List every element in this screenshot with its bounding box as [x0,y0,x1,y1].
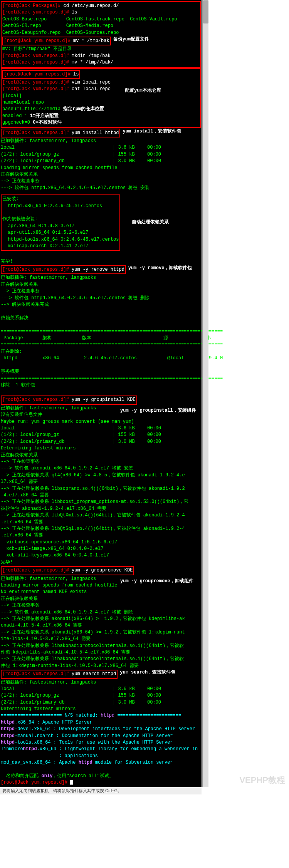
note-auto-deps: 自动处理依赖关系 [132,219,169,226]
terminal[interactable]: [root@Jack Packages]# cd /etc/yum.repos.… [0,0,202,787]
sec2-box: [root@Jack yum.repos.d]# ls [root@Jack y… [1,68,201,128]
out: CentOS-Base.repo CentOS-fasttrack.repo C… [2,16,199,23]
done: 完毕! [1,258,201,265]
note-baseurl: 指定rpm的仓库位置 [63,106,104,112]
done: 完毕! [1,559,201,566]
note-install: yum install，安装软件包 [123,128,181,138]
scrollbar[interactable] [202,0,208,787]
cmd-box: [root@Jack yum.repos.d]# yum -y remove h… [1,265,126,274]
installed-box: 已安装: httpd.x86_64 0:2.4.6-45.el7.centos … [1,194,120,251]
sec1-box: [root@Jack Packages]# cd /etc/yum.repos.… [1,1,201,68]
cmd-box: [root@Jack yum.repos.d]# mv * /tmp/bak [2,37,111,45]
note-search: yum search，查找软件包 [120,669,175,679]
note-gpg: 0=不校对软件 [33,120,61,125]
watermark: VEPHP教程 [239,774,285,786]
out: 已加载插件: fastestmirror, langpacks [1,138,201,144]
cmd-box: [root@Jack yum.repos.d]# ls [2,70,80,79]
cmd-box: [root@Jack yum.repos.d]# yum -y grouprem… [1,566,134,575]
prompt: [root@Jack Packages]# [2,3,60,8]
note-remove: yum -y remove，卸载软件包 [128,265,192,275]
file-line: name=local repo [2,99,199,106]
cmd-box: [root@Jack yum.repos.d]# yum search http… [1,670,118,679]
note-repo: 配置yum本地仓库 [125,87,161,94]
cmd-box: [root@Jack yum.repos.d]# yum install htt… [1,129,120,137]
cmd: ls [69,10,77,15]
note-groupremove: yum -y groupremove，卸载组件 [120,578,193,585]
prompt: [root@Jack yum.repos.d]# [2,10,69,15]
note-enabled: 1=开启该配置 [30,113,59,119]
cmd: cd /etc/yum.repos.d/ [60,3,119,8]
out: mv: 目标"/tmp/bak" 不是目录 [2,46,199,52]
status-bar: 要将输入定向到该虚拟机，请将鼠标指针移入其中或按 Ctrl+G。 [0,787,202,794]
out: CentOS-CR.repo CentOS-Media.repo [2,23,199,29]
scrollbar-thumb[interactable] [203,0,208,23]
out: CentOS-Debuginfo.repo CentOS-Sources.rep… [2,30,199,36]
cmd-box: [root@Jack yum.repos.d]# yum -y groupins… [1,395,137,404]
note-groupinstall: yum -y groupinstall，安装组件 [120,407,196,414]
note-backup: 备份yum配置文件 [113,36,150,46]
file-line: [local] [2,93,199,99]
